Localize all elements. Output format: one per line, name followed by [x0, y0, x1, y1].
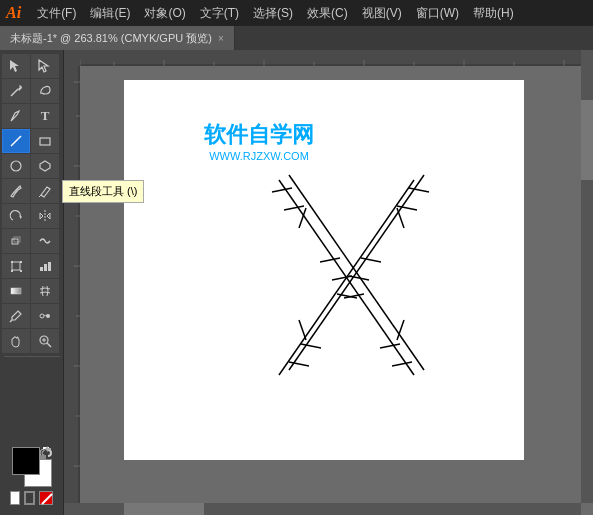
- warp-tool[interactable]: [31, 229, 59, 253]
- menu-window[interactable]: 窗口(W): [410, 3, 465, 24]
- svg-line-70: [380, 344, 400, 348]
- pen-tool[interactable]: [2, 104, 30, 128]
- ruler-v-marks: [64, 66, 80, 503]
- hand-tool[interactable]: [2, 329, 30, 353]
- menu-bar: 文件(F) 编辑(E) 对象(O) 文字(T) 选择(S) 效果(C) 视图(V…: [31, 3, 587, 24]
- reflect-tool[interactable]: [31, 204, 59, 228]
- paintbrush-tool[interactable]: [2, 179, 30, 203]
- svg-rect-20: [20, 261, 22, 263]
- tool-row-3: T: [2, 104, 61, 128]
- document-tab[interactable]: 未标题-1* @ 263.81% (CMYK/GPU 预览) ×: [0, 26, 235, 50]
- swap-colors-icon[interactable]: [44, 445, 54, 455]
- tool-row-4: [2, 129, 61, 153]
- menu-view[interactable]: 视图(V): [356, 3, 408, 24]
- swatch-container[interactable]: [12, 447, 52, 487]
- fill-indicator[interactable]: [10, 491, 20, 505]
- menu-object[interactable]: 对象(O): [138, 3, 191, 24]
- svg-line-2: [11, 89, 18, 96]
- rectangle-tool[interactable]: [31, 129, 59, 153]
- menu-text[interactable]: 文字(T): [194, 3, 245, 24]
- svg-marker-15: [47, 213, 50, 219]
- canvas-area: 软件自学网 WWW.RJZXW.COM: [64, 50, 593, 515]
- svg-point-28: [40, 314, 44, 318]
- zoom-tool[interactable]: [31, 329, 59, 353]
- rotate-tool[interactable]: [2, 204, 30, 228]
- svg-marker-1: [39, 60, 48, 72]
- gradient-tool[interactable]: [2, 279, 30, 303]
- svg-rect-37: [64, 50, 581, 66]
- eyedropper-tool[interactable]: [2, 304, 30, 328]
- stroke-indicator[interactable]: [24, 491, 35, 505]
- svg-marker-12: [20, 215, 22, 219]
- ruler-h-marks: [64, 50, 581, 66]
- menu-effect[interactable]: 效果(C): [301, 3, 354, 24]
- tool-row-5: [2, 154, 61, 178]
- magic-wand-tool[interactable]: [2, 79, 30, 103]
- fill-stroke-row: [6, 489, 57, 507]
- svg-rect-23: [40, 267, 43, 271]
- svg-line-11: [39, 195, 41, 197]
- menu-file[interactable]: 文件(F): [31, 3, 82, 24]
- tab-label: 未标题-1* @ 263.81% (CMYK/GPU 预览): [10, 31, 212, 46]
- column-graph-tool[interactable]: [31, 254, 59, 278]
- tool-row-12: [2, 329, 61, 353]
- svg-line-31: [47, 343, 51, 347]
- tool-row-2: [2, 79, 61, 103]
- svg-rect-19: [11, 261, 13, 263]
- direct-selection-tool[interactable]: [31, 54, 59, 78]
- tool-row-11: [2, 304, 61, 328]
- ruler-corner: [64, 50, 80, 66]
- polygon-tool[interactable]: [31, 154, 59, 178]
- tool-row-8: [2, 229, 61, 253]
- free-transform-tool[interactable]: [2, 254, 30, 278]
- svg-rect-18: [12, 262, 20, 270]
- svg-line-67: [320, 258, 340, 262]
- selection-tool[interactable]: [2, 54, 30, 78]
- svg-rect-26: [11, 288, 21, 294]
- app-logo: Ai: [6, 4, 21, 22]
- svg-line-36: [42, 494, 52, 504]
- svg-line-65: [272, 188, 292, 192]
- menu-help[interactable]: 帮助(H): [467, 3, 520, 24]
- vertical-ruler: [64, 66, 80, 503]
- tab-close-button[interactable]: ×: [218, 33, 224, 44]
- menu-edit[interactable]: 编辑(E): [84, 3, 136, 24]
- document-canvas[interactable]: 软件自学网 WWW.RJZXW.COM: [124, 80, 524, 460]
- tool-row-1: [2, 54, 61, 78]
- svg-rect-21: [11, 270, 13, 272]
- svg-line-71: [392, 362, 412, 366]
- title-bar: Ai 文件(F) 编辑(E) 对象(O) 文字(T) 选择(S) 效果(C) 视…: [0, 0, 593, 26]
- artwork-svg: [124, 80, 524, 460]
- tool-row-6: [2, 179, 61, 203]
- tool-row-7: [2, 204, 61, 228]
- scale-tool[interactable]: [2, 229, 30, 253]
- menu-select[interactable]: 选择(S): [247, 3, 299, 24]
- svg-line-27: [10, 320, 12, 322]
- svg-rect-50: [64, 66, 80, 503]
- svg-line-80: [397, 208, 404, 228]
- color-area: [2, 443, 61, 511]
- svg-rect-22: [20, 270, 22, 272]
- svg-line-7: [11, 136, 21, 146]
- svg-point-29: [46, 314, 50, 318]
- type-tool[interactable]: T: [31, 104, 59, 128]
- ellipse-tool[interactable]: [2, 154, 30, 178]
- vertical-scrollbar[interactable]: [581, 50, 593, 503]
- none-indicator[interactable]: [39, 491, 53, 505]
- pencil-tool[interactable]: [31, 179, 59, 203]
- svg-rect-24: [44, 264, 47, 271]
- svg-rect-35: [40, 455, 46, 459]
- lasso-tool[interactable]: [31, 79, 59, 103]
- toolbar: T 直线段工具 (\): [0, 50, 64, 515]
- horizontal-scrollbar[interactable]: [64, 503, 581, 515]
- main-area: T 直线段工具 (\): [0, 50, 593, 515]
- svg-line-66: [284, 206, 304, 210]
- tab-bar: 未标题-1* @ 263.81% (CMYK/GPU 预览) ×: [0, 26, 593, 50]
- mesh-tool[interactable]: [31, 279, 59, 303]
- horizontal-ruler: [64, 50, 581, 66]
- tool-row-10: [2, 279, 61, 303]
- foreground-color-swatch[interactable]: [12, 447, 40, 475]
- blend-tool[interactable]: [31, 304, 59, 328]
- line-segment-tool[interactable]: [2, 129, 30, 153]
- svg-rect-25: [48, 262, 51, 271]
